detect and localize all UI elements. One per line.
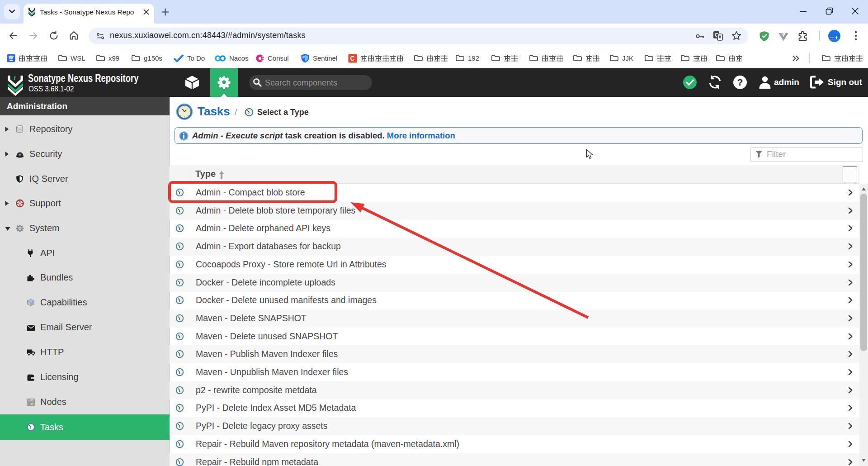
svg-text:r: r: [14, 74, 16, 81]
svg-text:C: C: [350, 55, 355, 62]
